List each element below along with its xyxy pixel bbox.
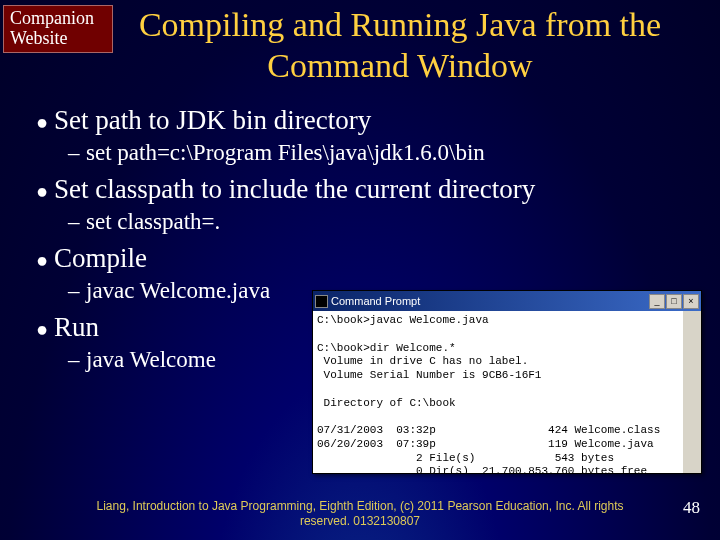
bullet-icon: ●	[30, 249, 54, 272]
bullet-2-sub-text: set classpath=.	[86, 209, 220, 235]
badge-line2: Website	[10, 28, 68, 48]
bullet-1: ● Set path to JDK bin directory	[30, 105, 700, 136]
badge-line1: Companion	[10, 8, 94, 28]
cmd-output: C:\book>javac Welcome.java C:\book>dir W…	[313, 311, 701, 473]
dash-icon: –	[68, 209, 86, 235]
maximize-button[interactable]: □	[666, 294, 682, 309]
close-button[interactable]: ×	[683, 294, 699, 309]
bullet-2-sub: – set classpath=.	[68, 209, 700, 235]
cmd-body-text: C:\book>javac Welcome.java C:\book>dir W…	[317, 314, 660, 473]
dash-icon: –	[68, 140, 86, 166]
footer-citation: Liang, Introduction to Java Programming,…	[0, 499, 720, 530]
page-number: 48	[683, 498, 700, 518]
companion-badge: Companion Website	[3, 5, 113, 53]
command-prompt-window: Command Prompt _ □ × C:\book>javac Welco…	[312, 290, 702, 474]
bullet-1-text: Set path to JDK bin directory	[54, 105, 371, 136]
bullet-3: ● Compile	[30, 243, 700, 274]
dash-icon: –	[68, 278, 86, 304]
bullet-4-text: Run	[54, 312, 99, 343]
bullet-2-text: Set classpath to include the current dir…	[54, 174, 535, 205]
slide-title: Compiling and Running Java from the Comm…	[120, 5, 680, 87]
bullet-3-text: Compile	[54, 243, 147, 274]
minimize-button[interactable]: _	[649, 294, 665, 309]
dash-icon: –	[68, 347, 86, 373]
bullet-3-sub-text: javac Welcome.java	[86, 278, 270, 304]
bullet-1-sub: – set path=c:\Program Files\java\jdk1.6.…	[68, 140, 700, 166]
cmd-titlebar: Command Prompt _ □ ×	[313, 291, 701, 311]
cmd-title: Command Prompt	[331, 295, 420, 307]
bullet-icon: ●	[30, 180, 54, 203]
bullet-4-sub-text: java Welcome	[86, 347, 216, 373]
bullet-icon: ●	[30, 111, 54, 134]
cmd-app-icon	[315, 295, 328, 308]
bullet-icon: ●	[30, 318, 54, 341]
window-buttons: _ □ ×	[649, 294, 699, 309]
bullet-2: ● Set classpath to include the current d…	[30, 174, 700, 205]
bullet-1-sub-text: set path=c:\Program Files\java\jdk1.6.0\…	[86, 140, 485, 166]
